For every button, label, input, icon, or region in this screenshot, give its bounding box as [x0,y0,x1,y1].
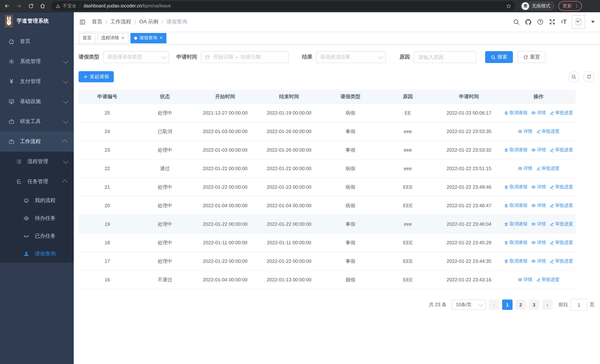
chevron-down-icon [63,159,67,165]
sidebar-item-label: 研发工具 [20,118,41,125]
action-详情[interactable]: 详情 [531,258,546,264]
result-select[interactable]: 请选择流结果 [316,51,386,63]
action-取消请假[interactable]: 取消请假 [504,110,527,116]
reason-input[interactable] [418,54,472,60]
action-取消请假[interactable]: 取消请假 [504,202,527,209]
action-详情[interactable]: 详情 [531,110,546,116]
page-button-3[interactable]: 3 [529,299,539,310]
leave-type-select[interactable]: 请选择请假类型 [103,51,169,63]
action-详情[interactable]: 详情 [531,184,546,190]
table-search-button[interactable] [568,71,579,82]
sidebar-item-首页[interactable]: 首页 [0,31,74,52]
cell-start: 2022-01-04 00:00:00 [194,196,256,215]
action-审批进度[interactable]: 审批进度 [536,277,559,283]
cell-status: 处理中 [136,141,194,159]
page-button-1[interactable]: 1 [502,299,513,310]
trash-icon [504,203,508,208]
action-详情[interactable]: 详情 [531,221,546,227]
sidebar-item-我的流程[interactable]: 我的流程 [0,192,74,209]
sidebar-submenu: 流程管理任务管理我的流程待办任务已办任务请假查询 [0,152,74,263]
action-取消请假[interactable]: 取消请假 [504,239,527,246]
avatar[interactable] [572,15,585,28]
action-取消请假[interactable]: 取消请假 [504,258,527,264]
monitor-icon [8,99,15,104]
sidebar-item-基础设施[interactable]: 基础设施 [0,92,74,112]
github-icon[interactable] [525,18,532,25]
action-审批进度[interactable]: 审批进度 [550,258,573,264]
chevron-down-icon [63,79,67,84]
sidebar-item-支付管理[interactable]: ¥支付管理 [0,72,74,92]
cell-start: 2022-01-22 00:00:00 [194,178,256,196]
action-详情[interactable]: 详情 [517,165,532,172]
search-icon[interactable] [513,19,520,25]
bookmark-star-icon[interactable] [506,3,511,9]
sidebar-item-待办任务[interactable]: 待办任务 [0,209,74,227]
sidebar-item-工作流程[interactable]: 工作流程 [0,131,74,152]
sidebar-item-请假查询[interactable]: 请假查询 [0,245,74,263]
create-leave-button[interactable]: 发起请假 [79,71,114,82]
close-icon[interactable]: ✕ [159,36,163,40]
prev-page-button[interactable]: ‹ [489,299,499,310]
fullscreen-icon[interactable] [549,19,555,25]
action-取消请假[interactable]: 取消请假 [504,147,527,153]
table-row: 22通过2022-01-22 00:00:002022-01-22 00:00:… [79,159,576,178]
update-label[interactable]: 更新 [562,3,572,9]
action-审批进度[interactable]: 审批进度 [550,184,573,190]
browser-update-button[interactable]: 更新 [559,1,582,11]
reload-icon[interactable] [26,1,36,11]
action-审批进度[interactable]: 审批进度 [550,202,573,209]
cell-status: 处理中 [136,252,194,271]
close-icon[interactable]: ✕ [121,36,124,40]
table-refresh-button[interactable] [583,71,594,82]
tab-流程详情[interactable]: 流程详情✕ [97,33,128,43]
action-详情[interactable]: 详情 [517,277,532,283]
next-page-button[interactable]: › [542,299,553,310]
sidebar-item-研发工具[interactable]: 研发工具 [0,112,74,131]
fontsize-icon[interactable]: TT [561,19,567,25]
cell-apply: 2022-01-22 23:44:35 [437,252,501,271]
sidebar-item-任务管理[interactable]: 任务管理 [0,172,74,192]
kebab-menu-icon[interactable] [574,3,579,9]
breadcrumb-item[interactable]: 工作流程 [111,19,131,25]
action-取消请假[interactable]: 取消请假 [504,221,527,227]
action-取消请假[interactable]: 取消请假 [504,184,527,190]
goto-page-input[interactable] [570,299,587,311]
search-button[interactable]: 搜索 [485,51,513,63]
cell-actions: 取消请假详情审批进度 [501,178,576,196]
sidebar-item-已办任务[interactable]: 已办任务 [0,227,74,245]
action-审批进度[interactable]: 审批进度 [536,165,559,172]
tab-首页[interactable]: 首页 [79,33,95,43]
back-icon[interactable] [2,1,12,11]
security-label[interactable]: 不安全 [63,3,76,9]
date-start-placeholder[interactable]: 开始日期 [213,54,233,60]
page-size-select[interactable]: 10条/页 [452,299,486,310]
action-详情[interactable]: 详情 [531,147,546,153]
home-icon[interactable] [38,1,47,11]
action-详情[interactable]: 详情 [517,128,532,135]
sidebar-item-流程管理[interactable]: 流程管理 [0,152,74,172]
reset-button[interactable]: 重置 [518,51,545,63]
apply-time-range[interactable]: 开始日期 - 结束日期 [201,51,289,63]
breadcrumb-item[interactable]: OA 示例 [139,19,159,25]
tab-请假查询[interactable]: 请假查询✕ [131,33,166,43]
sidebar-item-系统管理[interactable]: 系统管理 [0,52,74,72]
address-bar[interactable]: 不安全 dashboard.yudao.iocoder.cn /bpm/oa/l… [51,1,515,11]
forward-icon[interactable] [14,1,24,11]
page-button-2[interactable]: 2 [516,299,526,310]
action-审批进度[interactable]: 审批进度 [550,147,573,153]
action-详情[interactable]: 详情 [531,202,546,209]
date-end-placeholder[interactable]: 结束日期 [241,54,261,60]
action-审批进度[interactable]: 审批进度 [550,110,573,116]
column-header-状态: 状态 [136,90,194,104]
cell-status: 不通过 [136,271,194,289]
help-icon[interactable] [537,19,544,25]
action-审批进度[interactable]: 审批进度 [536,128,559,135]
avatar-caret-icon[interactable] [591,21,595,23]
cell-status: 处理中 [136,196,194,215]
action-详情[interactable]: 详情 [531,239,546,246]
yen-icon: ¥ [8,79,15,84]
action-审批进度[interactable]: 审批进度 [550,239,573,246]
hamburger-icon[interactable] [79,18,86,25]
breadcrumb-item[interactable]: 首页 [92,19,102,25]
action-审批进度[interactable]: 审批进度 [550,221,573,227]
